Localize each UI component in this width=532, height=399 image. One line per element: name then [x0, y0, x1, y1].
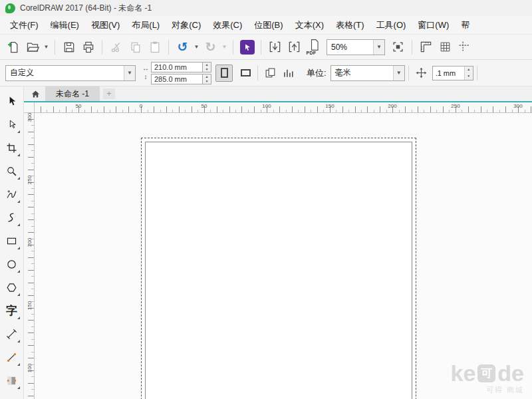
polygon-tool-icon — [6, 282, 17, 293]
interactive-fill-tool[interactable] — [3, 371, 21, 390]
pick-tool-icon — [6, 96, 17, 107]
nudge-offset-input[interactable]: .1 mm ▲▼ — [432, 66, 473, 80]
menu-bitmaps[interactable]: 位图(B) — [248, 16, 289, 35]
current-page-button[interactable] — [279, 64, 297, 82]
vertical-ruler[interactable]: 300 250 200 150 100 — [24, 113, 35, 399]
page-width-input[interactable]: 210.0 mm — [151, 62, 203, 72]
paste-button[interactable] — [146, 38, 164, 56]
new-tab-button[interactable]: + — [103, 88, 115, 99]
window-title: CorelDRAW 2017 (64-Bit) - 未命名 -1 — [20, 3, 152, 14]
launcher-button[interactable] — [238, 38, 256, 56]
menu-view[interactable]: 视图(V) — [85, 16, 126, 35]
cut-button[interactable] — [107, 38, 125, 56]
zoom-tool[interactable] — [3, 162, 21, 181]
undo-dropdown-caret[interactable]: ▼ — [193, 44, 200, 50]
vruler-label: 100 — [27, 362, 33, 375]
text-tool[interactable]: 字 — [3, 301, 21, 321]
toolbar-separator — [168, 40, 169, 55]
hruler-label: 50 — [76, 103, 82, 109]
print-icon — [82, 41, 95, 54]
menu-help[interactable]: 帮 — [455, 16, 475, 35]
page-height-stepper[interactable]: ▲▼ — [203, 74, 211, 84]
print-button[interactable] — [79, 38, 97, 56]
undo-icon: ↺ — [178, 41, 188, 53]
publish-pdf-button[interactable]: PDF — [305, 38, 323, 56]
cut-icon — [110, 41, 123, 54]
open-dropdown-caret[interactable]: ▼ — [43, 44, 50, 50]
landscape-button[interactable] — [237, 65, 254, 82]
crop-tool-icon — [6, 142, 17, 154]
coreldraw-logo-icon — [5, 3, 15, 13]
show-rulers-button[interactable] — [417, 38, 435, 56]
shape-tool[interactable] — [3, 115, 21, 134]
artistic-media-tool[interactable] — [3, 208, 21, 227]
grid-icon — [439, 41, 452, 53]
nudge-stepper[interactable]: ▲▼ — [464, 66, 473, 80]
fullscreen-preview-button[interactable] — [389, 38, 407, 56]
menu-file[interactable]: 文件(F) — [4, 16, 45, 35]
document-tab[interactable]: 未命名 -1 — [45, 86, 100, 101]
show-grid-button[interactable] — [436, 38, 454, 56]
redo-button[interactable]: ↻ — [201, 38, 219, 56]
show-guidelines-button[interactable] — [456, 38, 473, 56]
document-page[interactable] — [145, 142, 412, 399]
dimension-tool-icon — [6, 329, 17, 340]
rectangle-tool[interactable] — [3, 231, 21, 251]
new-document-button[interactable] — [4, 38, 22, 56]
menu-bar: 文件(F) 编辑(E) 视图(V) 布局(L) 对象(C) 效果(C) 位图(B… — [0, 16, 532, 35]
export-icon — [288, 41, 301, 53]
menu-layout[interactable]: 布局(L) — [126, 16, 166, 35]
hruler-label: 200 — [388, 103, 396, 109]
zoom-level-value: 50% — [327, 40, 373, 55]
document-tab-label: 未命名 -1 — [56, 88, 89, 100]
menu-text[interactable]: 文本(X) — [289, 16, 330, 35]
toolbar-separator — [261, 40, 261, 55]
units-combo[interactable]: 毫米 ▼ — [331, 65, 405, 81]
horizontal-ruler[interactable]: 50 0 50 100 150 200 250 300 — [35, 102, 532, 113]
portrait-icon — [221, 68, 228, 78]
preset-dropdown-caret[interactable]: ▼ — [124, 66, 135, 80]
page-width-stepper[interactable]: ▲▼ — [203, 62, 211, 72]
new-document-icon — [7, 41, 20, 54]
parallel-dimension-tool[interactable] — [3, 325, 21, 344]
copy-button[interactable] — [126, 38, 144, 56]
open-button[interactable] — [23, 38, 41, 56]
save-button[interactable] — [60, 38, 78, 56]
welcome-home-button[interactable] — [28, 87, 43, 100]
menu-object[interactable]: 对象(C) — [166, 16, 207, 35]
pdf-icon: PDF — [306, 39, 322, 56]
menu-effects[interactable]: 效果(C) — [207, 16, 248, 35]
export-button[interactable] — [285, 38, 303, 56]
vruler-label: 150 — [27, 299, 33, 313]
all-pages-button[interactable] — [261, 64, 279, 82]
propbar-separator — [257, 66, 258, 80]
pick-tool[interactable] — [3, 92, 21, 111]
page-height-input[interactable]: 285.0 mm — [151, 74, 203, 84]
document-tab-bar: 未命名 -1 + — [24, 86, 532, 102]
menu-window[interactable]: 窗口(W) — [412, 16, 455, 35]
menu-tools[interactable]: 工具(O) — [370, 16, 412, 35]
crop-tool[interactable] — [3, 138, 21, 158]
redo-icon: ↻ — [205, 41, 216, 53]
ellipse-tool[interactable] — [3, 255, 21, 274]
menu-table[interactable]: 表格(T) — [330, 16, 370, 35]
zoom-dropdown-caret[interactable]: ▼ — [373, 40, 384, 55]
watermark: ke 可 de 可得 商城 — [450, 362, 524, 395]
menu-edit[interactable]: 编辑(E) — [45, 16, 85, 35]
polygon-tool[interactable] — [3, 278, 21, 297]
propbar-separator — [408, 66, 409, 80]
hruler-label: 250 — [451, 103, 460, 109]
page-preset-combo[interactable]: 自定义 ▼ — [5, 65, 136, 81]
home-icon — [31, 89, 41, 99]
drawing-canvas[interactable]: ke 可 de 可得 商城 — [35, 113, 532, 399]
redo-dropdown-caret[interactable]: ▼ — [221, 44, 228, 50]
text-tool-icon: 字 — [6, 305, 17, 317]
portrait-button[interactable] — [215, 65, 233, 82]
connector-tool[interactable] — [3, 348, 21, 367]
freehand-tool[interactable] — [3, 185, 21, 204]
units-dropdown-caret[interactable]: ▼ — [393, 66, 404, 80]
import-button[interactable] — [266, 38, 284, 56]
zoom-level-combo[interactable]: 50% ▼ — [327, 39, 385, 55]
undo-button[interactable]: ↺ — [174, 38, 192, 56]
page-bleed-outline — [141, 138, 416, 399]
